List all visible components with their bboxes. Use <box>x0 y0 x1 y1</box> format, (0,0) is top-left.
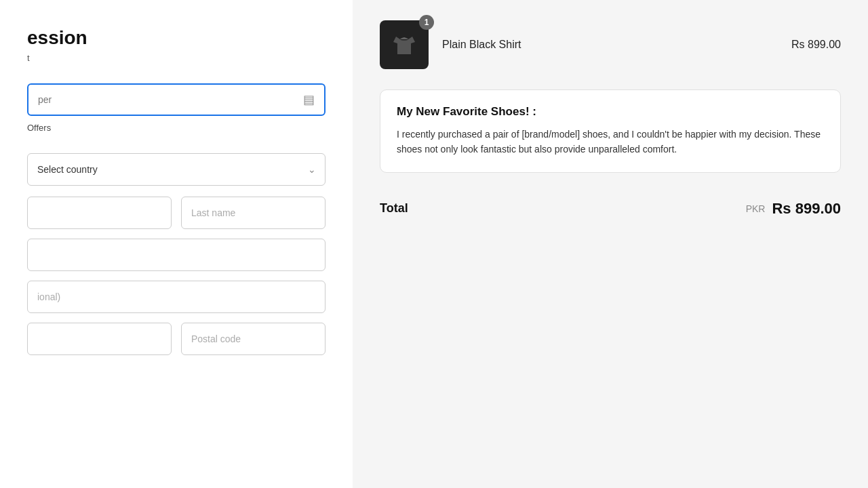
postal-input[interactable] <box>181 323 326 355</box>
last-name-input[interactable] <box>181 197 326 229</box>
shirt-icon <box>389 30 419 60</box>
total-right: PKR Rs 899.00 <box>746 200 841 218</box>
cart-item-price: Rs 899.00 <box>791 39 841 51</box>
page-subtitle: t <box>27 53 326 63</box>
left-panel: ession t ▤ Offers Select country Pakista… <box>0 0 353 488</box>
name-row <box>27 197 326 229</box>
coupon-icon: ▤ <box>303 93 315 106</box>
coupon-input-wrapper: ▤ <box>27 83 326 116</box>
total-row: Total PKR Rs 899.00 <box>380 193 841 218</box>
country-select-wrapper: Select country Pakistan India USA UK ⌄ <box>27 153 326 186</box>
address2-group <box>27 281 326 313</box>
address-input[interactable] <box>27 239 326 271</box>
coupon-input[interactable] <box>28 94 294 105</box>
cart-item: 1 Plain Black Shirt Rs 899.00 <box>380 20 841 69</box>
review-card: My New Favorite Shoes! : I recently purc… <box>380 89 841 173</box>
address-group <box>27 239 326 271</box>
coupon-apply-button[interactable]: ▤ <box>294 92 324 107</box>
address2-input[interactable] <box>27 281 326 313</box>
first-name-input[interactable] <box>27 197 172 229</box>
total-amount: Rs 899.00 <box>772 200 841 218</box>
country-select[interactable]: Select country Pakistan India USA UK <box>27 153 326 186</box>
city-postal-row <box>27 323 326 355</box>
currency-label: PKR <box>746 203 766 214</box>
page-title: ession <box>27 27 326 49</box>
cart-item-name: Plain Black Shirt <box>442 39 791 51</box>
coupon-section: ▤ Offers <box>27 83 326 133</box>
city-input[interactable] <box>27 323 172 355</box>
review-body: I recently purchased a pair of [brand/mo… <box>397 127 824 157</box>
cart-item-image-wrapper: 1 <box>380 20 429 69</box>
address-section: Select country Pakistan India USA UK ⌄ <box>27 153 326 355</box>
review-title: My New Favorite Shoes! : <box>397 105 824 119</box>
right-panel: 1 Plain Black Shirt Rs 899.00 My New Fav… <box>353 0 868 488</box>
offers-link[interactable]: Offers <box>27 123 326 133</box>
cart-item-badge: 1 <box>419 15 434 30</box>
total-label: Total <box>380 201 408 216</box>
